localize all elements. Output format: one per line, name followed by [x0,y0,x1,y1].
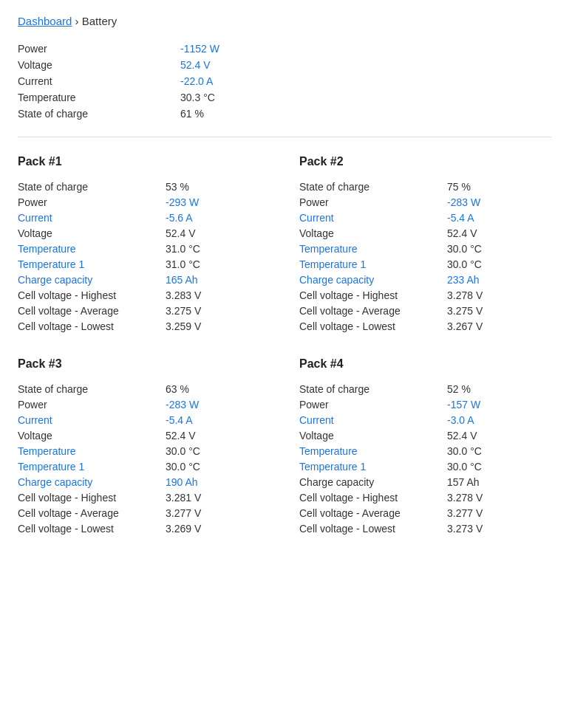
pack-stat-label: Cell voltage - Lowest [299,523,447,535]
pack-section: Pack #3State of charge63 %Power-283 WCur… [18,357,270,536]
summary-row: Temperature30.3 °C [18,89,551,106]
pack-stat-value: 30.0 °C [447,243,482,255]
pack-stat-label: State of charge [18,383,166,395]
pack-stat-value: -5.4 A [166,414,193,426]
pack-stat-label: Charge capacity [299,274,447,286]
pack-stat-row: Temperature30.0 °C [299,241,551,256]
pack-stat-row: Cell voltage - Average3.275 V [18,303,270,318]
pack-stat-label: Cell voltage - Highest [299,289,447,301]
pack-stat-label: Voltage [18,430,166,442]
pack-stat-value: 3.275 V [166,305,201,317]
pack-stat-label: Charge capacity [18,274,166,286]
pack-stat-value: 3.278 V [447,289,483,301]
pack-stat-row: State of charge52 % [299,381,551,396]
pack-stat-value: 3.259 V [166,320,201,332]
pack-stat-row: Power-283 W [299,194,551,210]
pack-stat-label: Temperature 1 [18,258,166,270]
summary-label: State of charge [18,108,180,120]
pack-stat-value: 31.0 °C [166,243,200,255]
pack-stat-row: State of charge53 % [18,179,270,194]
summary-value: -22.0 A [180,75,213,87]
pack-stat-value: -3.0 A [447,414,474,426]
pack-stat-label: Voltage [299,227,447,239]
summary-label: Power [18,43,180,55]
packs-grid: Pack #1State of charge53 %Power-293 WCur… [18,155,551,536]
pack-stat-value: 30.0 °C [447,445,482,457]
pack-stat-label: Charge capacity [18,476,166,488]
pack-stat-value: -157 W [447,399,480,411]
pack-section: Pack #1State of charge53 %Power-293 WCur… [18,155,270,334]
pack-stat-value: 3.281 V [166,492,201,504]
pack-stat-row: Current-3.0 A [299,412,551,427]
pack-stat-label: Temperature [299,445,447,457]
pack-stat-label: Temperature [18,243,166,255]
pack-stat-row: Cell voltage - Average3.277 V [299,505,551,521]
pack-stat-row: Cell voltage - Highest3.278 V [299,490,551,505]
summary-row: Power-1152 W [18,41,551,57]
pack-stat-row: Power-283 W [18,396,270,412]
pack-stat-row: Temperature 131.0 °C [18,256,270,272]
pack-stat-label: Voltage [18,227,166,239]
pack-stat-row: Charge capacity233 Ah [299,272,551,287]
pack-stat-label: Power [299,196,447,208]
breadcrumb-current: Battery [82,15,117,27]
summary-value: 52.4 V [180,59,210,71]
pack-stat-row: Temperature 130.0 °C [299,256,551,272]
pack-stat-label: Power [299,399,447,411]
pack-stat-label: Temperature 1 [299,258,447,270]
pack-stat-row: Voltage52.4 V [299,225,551,241]
summary-row: Voltage52.4 V [18,57,551,73]
pack-stat-row: Cell voltage - Lowest3.273 V [299,521,551,536]
pack-stat-value: 233 Ah [447,274,480,286]
pack-stat-label: Cell voltage - Highest [18,492,166,504]
pack-stat-value: 190 Ah [166,476,198,488]
pack-stat-value: 30.0 °C [447,258,482,270]
pack-stat-value: 52.4 V [447,430,477,442]
pack-stat-value: 52.4 V [447,227,477,239]
summary-label: Temperature [18,92,180,103]
pack-stat-row: Temperature30.0 °C [18,443,270,459]
summary-value: -1152 W [180,43,219,55]
pack-stat-row: Current-5.4 A [18,412,270,427]
pack-stat-label: Current [18,212,166,224]
pack-stat-label: Current [18,414,166,426]
pack-stat-row: Charge capacity190 Ah [18,474,270,490]
pack-stat-row: Voltage52.4 V [18,427,270,443]
summary-label: Voltage [18,59,180,71]
pack-stat-value: 30.0 °C [447,461,482,473]
pack-stat-row: Charge capacity165 Ah [18,272,270,287]
pack-stat-label: Temperature 1 [299,461,447,473]
pack-stat-label: Cell voltage - Lowest [18,320,166,332]
pack-stat-row: Voltage52.4 V [299,427,551,443]
pack-stat-label: Cell voltage - Highest [18,289,166,301]
pack-title: Pack #4 [299,357,551,371]
pack-stat-value: 52.4 V [166,227,195,239]
pack-stat-row: Current-5.4 A [299,210,551,225]
pack-section: Pack #2State of charge75 %Power-283 WCur… [299,155,551,334]
pack-stat-value: 30.0 °C [166,461,200,473]
summary-label: Current [18,75,180,87]
pack-stat-label: Temperature [299,243,447,255]
pack-stat-value: 3.269 V [166,523,201,535]
pack-title: Pack #2 [299,155,551,168]
pack-stat-value: 3.283 V [166,289,201,301]
summary-section: Power-1152 WVoltage52.4 VCurrent-22.0 AT… [18,41,551,137]
breadcrumb-separator: › [72,15,81,27]
pack-stat-label: State of charge [299,181,447,193]
pack-stat-value: -5.4 A [447,212,474,224]
pack-stat-row: Cell voltage - Highest3.283 V [18,287,270,303]
pack-stat-label: State of charge [18,181,166,193]
pack-stat-label: State of charge [299,383,447,395]
pack-stat-row: Cell voltage - Highest3.278 V [299,287,551,303]
summary-row: State of charge61 % [18,106,551,122]
pack-title: Pack #1 [18,155,270,168]
dashboard-link[interactable]: Dashboard [18,15,72,27]
pack-stat-value: 31.0 °C [166,258,200,270]
pack-stat-label: Temperature 1 [18,461,166,473]
pack-stat-value: 3.275 V [447,305,483,317]
pack-stat-value: 75 % [447,181,471,193]
breadcrumb: Dashboard › Battery [18,15,551,27]
pack-stat-value: -283 W [447,196,480,208]
pack-stat-row: Cell voltage - Highest3.281 V [18,490,270,505]
pack-stat-label: Power [18,399,166,411]
